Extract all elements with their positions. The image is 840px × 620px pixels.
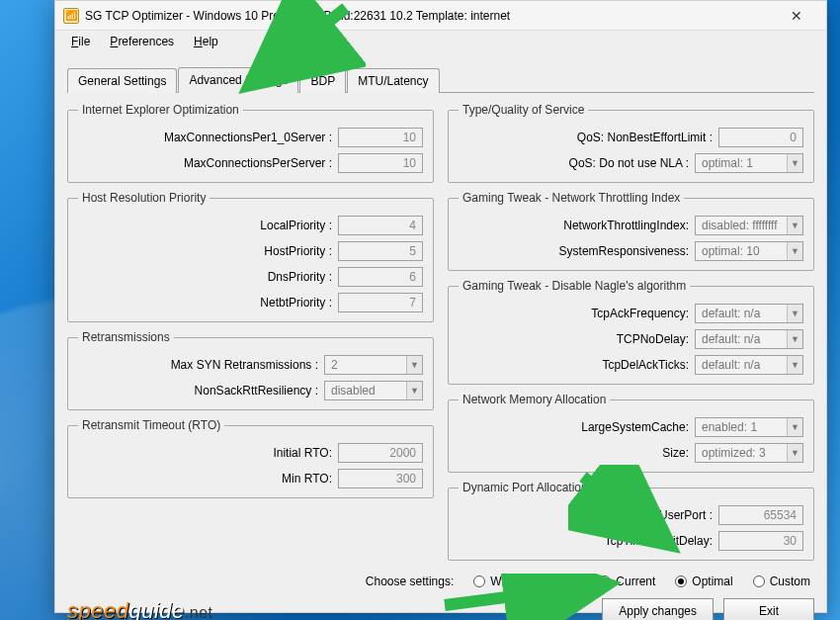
chevron-down-icon: ▼ <box>787 418 802 436</box>
nonsack-combo[interactable]: disabled ▼ <box>324 381 423 400</box>
app-icon: 📶 <box>63 8 79 24</box>
chevron-down-icon: ▼ <box>787 217 802 234</box>
field-label: HostPriority : <box>264 244 332 258</box>
max-syn-combo[interactable]: 2 ▼ <box>324 355 423 375</box>
netbt-priority-input[interactable]: 7 <box>338 293 423 312</box>
chevron-down-icon: ▼ <box>787 242 802 260</box>
group-legend: Dynamic Port Allocation <box>459 481 592 494</box>
radio-windows-default[interactable]: Windows Default <box>473 575 579 588</box>
group-legend: Host Resolution Priority <box>78 191 210 205</box>
delack-combo[interactable]: default: n/a ▼ <box>695 355 803 375</box>
exit-button[interactable]: Exit <box>723 598 814 620</box>
field-label: MaxConnectionsPerServer : <box>184 156 332 170</box>
chevron-down-icon: ▼ <box>787 305 802 322</box>
radio-optimal[interactable]: Optimal <box>675 575 732 588</box>
field-label: Max SYN Retransmissions : <box>171 358 318 372</box>
tab-strip: General Settings Advanced Settings BDP M… <box>67 66 814 93</box>
maxconn10-input[interactable]: 10 <box>338 128 423 147</box>
tab-bdp[interactable]: BDP <box>299 68 346 93</box>
menu-file[interactable]: File <box>63 33 98 50</box>
field-label: TcpTimedWaitDelay: <box>605 534 713 548</box>
group-legend: Network Memory Allocation <box>459 393 610 406</box>
field-label: NetbtPriority : <box>260 296 332 310</box>
group-legend: Gaming Tweak - Network Throttling Index <box>459 191 684 205</box>
app-window: 📶 SG TCP Optimizer - Windows 10 Pro (64-… <box>54 0 827 613</box>
tab-mtu-latency[interactable]: MTU/Latency <box>347 68 439 93</box>
radio-current[interactable]: Current <box>599 575 655 588</box>
field-label: QoS: NonBestEffortLimit : <box>577 131 713 144</box>
group-rto: Retransmit Timeout (RTO) Initial RTO: 20… <box>67 418 434 498</box>
nti-combo[interactable]: disabled: ffffffff ▼ <box>695 216 803 235</box>
min-rto-input[interactable]: 300 <box>338 469 423 488</box>
field-label: TCPNoDelay: <box>617 332 689 346</box>
field-label: MaxConnectionsPer1_0Server : <box>164 131 332 144</box>
close-icon: ✕ <box>791 8 802 24</box>
group-dpa: Dynamic Port Allocation MaxUserPort : 65… <box>448 481 814 561</box>
apply-changes-button[interactable]: Apply changes <box>602 598 714 620</box>
menu-help[interactable]: Help <box>186 33 226 50</box>
field-label: Size: <box>662 446 689 460</box>
initial-rto-input[interactable]: 2000 <box>338 443 423 463</box>
nbel-input[interactable]: 0 <box>718 128 803 147</box>
field-label: Min RTO: <box>282 472 332 486</box>
tcp-timed-wait-delay-input[interactable]: 30 <box>718 531 803 551</box>
field-label: QoS: Do not use NLA : <box>569 156 689 170</box>
field-label: LargeSystemCache: <box>581 420 689 434</box>
tab-advanced-settings[interactable]: Advanced Settings <box>178 67 298 93</box>
group-nma: Network Memory Allocation LargeSystemCac… <box>448 393 814 473</box>
tab-general-settings[interactable]: General Settings <box>67 68 177 93</box>
choose-settings-row: Choose settings: Windows Default Current… <box>67 571 814 598</box>
field-label: DnsPriority : <box>268 270 332 284</box>
group-gaming-nagle: Gaming Tweak - Disable Nagle's algorithm… <box>448 279 814 385</box>
chevron-down-icon: ▼ <box>406 356 422 374</box>
speedguide-logo: speedguide.net <box>67 598 213 620</box>
group-retransmissions: Retransmissions Max SYN Retransmissions … <box>67 330 434 410</box>
dns-priority-input[interactable]: 6 <box>338 267 423 287</box>
chevron-down-icon: ▼ <box>787 154 802 172</box>
chevron-down-icon: ▼ <box>406 382 422 399</box>
chevron-down-icon: ▼ <box>787 330 802 348</box>
group-qos: Type/Quality of Service QoS: NonBestEffo… <box>448 103 814 183</box>
field-label: NetworkThrottlingIndex: <box>563 219 689 232</box>
group-host-resolution-priority: Host Resolution Priority LocalPriority :… <box>67 191 434 322</box>
maxconn-input[interactable]: 10 <box>338 153 423 173</box>
right-column: Type/Quality of Service QoS: NonBestEffo… <box>448 103 814 561</box>
field-label: TcpAckFrequency: <box>591 307 689 320</box>
field-label: NonSackRttResiliency : <box>195 384 318 398</box>
size-combo[interactable]: optimized: 3 ▼ <box>695 443 803 463</box>
ackfreq-combo[interactable]: default: n/a ▼ <box>695 304 803 323</box>
local-priority-input[interactable]: 4 <box>338 216 423 235</box>
window-title: SG TCP Optimizer - Windows 10 Pro (64-bi… <box>85 9 510 23</box>
field-label: Initial RTO: <box>273 446 332 460</box>
chevron-down-icon: ▼ <box>787 356 802 374</box>
field-label: SystemResponsiveness: <box>559 244 689 258</box>
group-gaming-nti: Gaming Tweak - Network Throttling Index … <box>448 191 814 271</box>
field-label: MaxUserPort : <box>636 508 713 522</box>
group-legend: Internet Explorer Optimization <box>78 103 243 117</box>
nla-combo[interactable]: optimal: 1 ▼ <box>695 153 803 173</box>
radio-custom[interactable]: Custom <box>753 575 810 588</box>
left-column: Internet Explorer Optimization MaxConnec… <box>67 103 434 561</box>
titlebar: 📶 SG TCP Optimizer - Windows 10 Pro (64-… <box>55 1 826 31</box>
group-legend: Retransmit Timeout (RTO) <box>78 418 224 432</box>
close-button[interactable]: ✕ <box>775 2 818 30</box>
sysresp-combo[interactable]: optimal: 10 ▼ <box>695 241 803 261</box>
group-ie-optimization: Internet Explorer Optimization MaxConnec… <box>67 103 434 183</box>
group-legend: Type/Quality of Service <box>459 103 588 117</box>
chevron-down-icon: ▼ <box>787 444 802 462</box>
max-user-port-input[interactable]: 65534 <box>718 505 803 525</box>
choose-settings-label: Choose settings: <box>366 575 454 588</box>
field-label: TcpDelAckTicks: <box>602 358 689 372</box>
nodelay-combo[interactable]: default: n/a ▼ <box>695 329 803 349</box>
field-label: LocalPriority : <box>260 219 332 232</box>
group-legend: Gaming Tweak - Disable Nagle's algorithm <box>459 279 690 293</box>
group-legend: Retransmissions <box>78 330 174 344</box>
lsc-combo[interactable]: enabled: 1 ▼ <box>695 417 803 437</box>
host-priority-input[interactable]: 5 <box>338 241 423 261</box>
menu-bar: File Preferences Help <box>55 31 826 52</box>
menu-preferences[interactable]: Preferences <box>102 33 182 50</box>
